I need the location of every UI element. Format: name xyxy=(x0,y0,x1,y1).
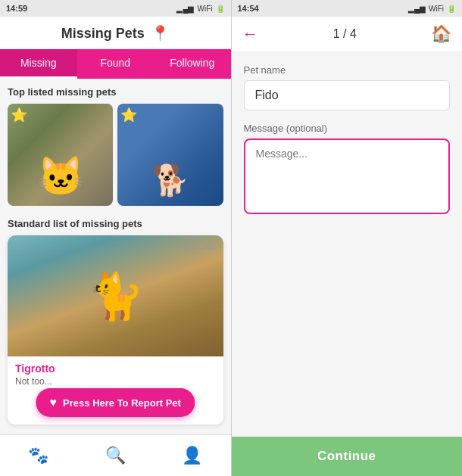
bottom-nav: 🐾 🔍 👤 xyxy=(0,434,231,476)
continue-button[interactable]: Continue xyxy=(232,437,463,476)
right-time: 14:54 xyxy=(238,4,259,13)
paw-icon: 🐾 xyxy=(28,446,48,465)
top-section-title: Top listed missing pets xyxy=(8,86,223,98)
signal-icon: ▂▄▆ xyxy=(176,5,194,13)
left-status-icons: ▂▄▆ WiFi 🔋 xyxy=(176,5,224,13)
pet-time: weeks ago xyxy=(177,241,217,250)
nav-profile[interactable]: 👤 xyxy=(154,446,231,465)
pet-description: Not too... xyxy=(15,376,216,387)
profile-icon: 👤 xyxy=(182,446,202,465)
page-indicator: 1 / 4 xyxy=(333,27,357,41)
left-panel: 14:59 ▂▄▆ WiFi 🔋 Missing Pets 📍 Missing … xyxy=(0,0,231,476)
left-content: Top listed missing pets ⭐ ⭐ Standard lis… xyxy=(0,79,231,434)
top-pet-card-1[interactable]: ⭐ xyxy=(8,104,113,206)
battery-icon: 🔋 xyxy=(216,5,225,13)
back-button[interactable]: ← xyxy=(242,24,259,44)
standard-section-title: Standard list of missing pets xyxy=(8,218,223,229)
right-battery-icon: 🔋 xyxy=(447,5,456,13)
right-form-content: Pet name Fido Message (optional) xyxy=(232,52,463,437)
tab-found[interactable]: Found xyxy=(77,49,155,79)
nav-search[interactable]: 🔍 xyxy=(77,446,155,465)
heart-icon: ♥ xyxy=(50,396,58,409)
star-icon-1: ⭐ xyxy=(11,107,27,123)
app-header: Missing Pets 📍 xyxy=(0,17,231,49)
right-signal-icon: ▂▄▆ xyxy=(408,5,426,13)
tab-following[interactable]: Following xyxy=(154,49,231,79)
nav-home[interactable]: 🐾 xyxy=(0,446,77,465)
right-wifi-icon: WiFi xyxy=(429,5,444,13)
tab-missing[interactable]: Missing xyxy=(0,49,77,79)
left-time: 14:59 xyxy=(6,4,27,13)
pet-card-image xyxy=(8,235,223,356)
message-label: Message (optional) xyxy=(244,123,451,134)
tabs-bar: Missing Found Following xyxy=(0,49,231,79)
status-bar-left: 14:59 ▂▄▆ WiFi 🔋 xyxy=(0,0,231,17)
right-panel: 14:54 ▂▄▆ WiFi 🔋 ← 1 / 4 🏠 Pet name Fido… xyxy=(232,0,463,476)
status-bar-right: 14:54 ▂▄▆ WiFi 🔋 xyxy=(232,0,463,17)
location-pin-icon: 📍 xyxy=(151,24,170,42)
pet-card: weeks ago Tigrotto Not too... ♥ Press He… xyxy=(8,235,223,425)
message-input[interactable] xyxy=(244,138,451,214)
top-pets-grid: ⭐ ⭐ xyxy=(8,104,223,206)
standard-section: Standard list of missing pets weeks ago … xyxy=(8,218,223,425)
app-title: Missing Pets xyxy=(61,26,145,42)
pet-name: Tigrotto xyxy=(15,362,216,375)
top-pet-card-2[interactable]: ⭐ xyxy=(117,104,223,206)
star-icon-2: ⭐ xyxy=(120,107,137,123)
search-icon: 🔍 xyxy=(105,446,126,465)
report-pet-button[interactable]: ♥ Press Here To Report Pet xyxy=(36,388,195,417)
report-button-label: Press Here To Report Pet xyxy=(63,397,181,409)
right-status-icons: ▂▄▆ WiFi 🔋 xyxy=(408,5,456,13)
right-header: ← 1 / 4 🏠 xyxy=(232,17,463,52)
home-icon[interactable]: 🏠 xyxy=(431,24,451,44)
pet-name-label: Pet name xyxy=(244,64,451,76)
pet-name-value: Fido xyxy=(244,80,451,110)
wifi-icon: WiFi xyxy=(198,5,213,13)
